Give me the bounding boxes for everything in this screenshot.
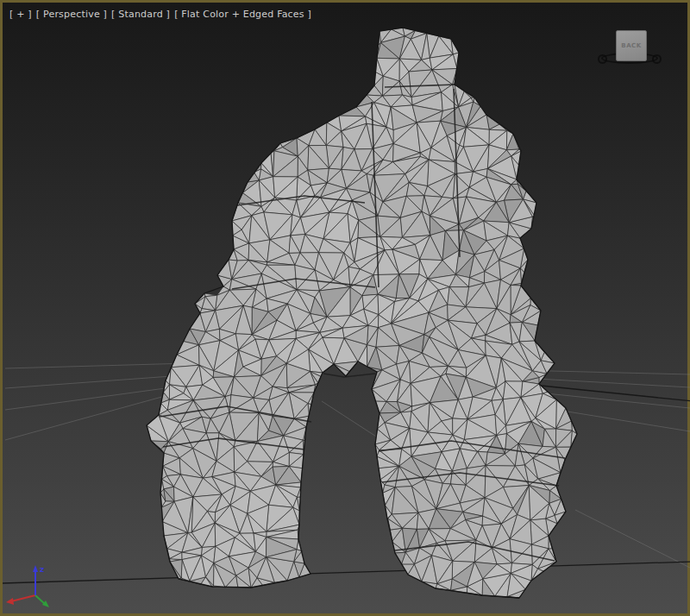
- viewport-menu-shading[interactable]: [ Flat Color + Edged Faces ]: [174, 9, 311, 20]
- ground-grid: [3, 358, 690, 583]
- viewport-menu-general[interactable]: [ + ]: [9, 9, 32, 20]
- z-axis-arrow: z: [33, 565, 44, 595]
- max-viewport-window: [ + ][ Perspective ][ Standard ][ Flat C…: [0, 0, 690, 616]
- y-axis-arrow: [35, 595, 49, 607]
- z-axis-label: z: [40, 565, 44, 574]
- viewport-menu-render-preset[interactable]: [ Standard ]: [111, 9, 170, 20]
- perspective-viewport: [ + ][ Perspective ][ Standard ][ Flat C…: [0, 0, 690, 616]
- viewcube-face-back[interactable]: BACK: [616, 30, 647, 61]
- x-axis-arrow: [6, 595, 35, 605]
- viewport-label: [ + ][ Perspective ][ Standard ][ Flat C…: [9, 9, 316, 20]
- rock-mesh-object[interactable]: [147, 28, 577, 598]
- viewport-menu-pov[interactable]: [ Perspective ]: [36, 9, 107, 20]
- viewcube[interactable]: BACK: [599, 30, 663, 72]
- viewport-scene: [3, 3, 690, 616]
- world-axis-gizmo: z: [3, 562, 54, 616]
